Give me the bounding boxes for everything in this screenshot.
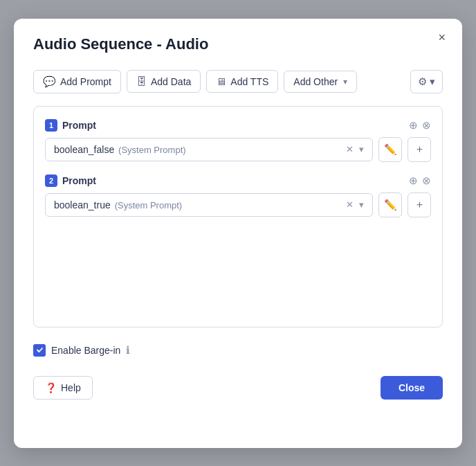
add-data-button[interactable]: 🗄 Add Data — [127, 70, 201, 93]
move-up-icon-2[interactable]: ⊕ — [409, 174, 418, 187]
close-x-button[interactable]: × — [434, 30, 450, 45]
select-chevron-2[interactable]: ▾ — [359, 199, 364, 210]
prompt-row-2: boolean_true (System Prompt) ✕ ▾ ✏️ ＋ — [45, 192, 431, 217]
prompt-header-2: 2 Prompt ⊕ ⊗ — [45, 174, 431, 187]
add-after-button-2[interactable]: ＋ — [408, 192, 431, 217]
remove-icon-1[interactable]: ⊗ — [422, 119, 431, 132]
prompt-header-1: 1 Prompt ⊕ ⊗ — [45, 119, 431, 132]
content-area: 1 Prompt ⊕ ⊗ boolean_false (System Promp… — [33, 106, 443, 328]
prompt-label-2: 2 Prompt — [45, 174, 96, 187]
gear-chevron-icon: ▾ — [430, 75, 435, 88]
prompt-block-1: 1 Prompt ⊕ ⊗ boolean_false (System Promp… — [45, 119, 431, 162]
help-circle-icon: ❓ — [45, 382, 57, 393]
gear-settings-button[interactable]: ⚙ ▾ — [410, 70, 443, 93]
gear-icon: ⚙ — [418, 75, 427, 88]
prompt-num-2: 2 — [45, 174, 57, 187]
prompt-actions-1: ⊕ ⊗ — [409, 119, 431, 132]
prompt-select-value-1: boolean_false (System Prompt) — [54, 144, 186, 155]
add-after-button-1[interactable]: ＋ — [408, 137, 431, 162]
database-icon: 🗄 — [136, 75, 147, 87]
close-modal-button[interactable]: Close — [381, 376, 443, 400]
add-prompt-button[interactable]: 💬 Add Prompt — [33, 70, 121, 93]
add-other-label: Add Other — [293, 76, 338, 87]
plus-icon-1: ＋ — [414, 143, 425, 156]
move-up-icon-1[interactable]: ⊕ — [409, 119, 418, 132]
enable-barge-checkbox[interactable] — [33, 344, 46, 357]
select-chevron-1[interactable]: ▾ — [359, 144, 364, 154]
enable-barge-row: Enable Barge-in ℹ — [33, 344, 443, 357]
prompt-num-1: 1 — [45, 119, 57, 132]
tts-icon: 🖥 — [216, 75, 226, 87]
add-prompt-label: Add Prompt — [60, 76, 111, 87]
remove-icon-2[interactable]: ⊗ — [422, 174, 431, 187]
prompt-select-1[interactable]: boolean_false (System Prompt) ✕ ▾ — [45, 138, 373, 161]
prompt-select-value-2: boolean_true (System Prompt) — [54, 199, 182, 210]
add-tts-label: Add TTS — [230, 76, 268, 87]
prompt-block-2: 2 Prompt ⊕ ⊗ boolean_true (System Prompt… — [45, 174, 431, 217]
add-data-label: Add Data — [151, 76, 191, 87]
help-button[interactable]: ❓ Help — [33, 376, 93, 400]
modal-title: Audio Sequence - Audio — [33, 35, 443, 53]
chat-icon: 💬 — [43, 75, 56, 88]
info-icon[interactable]: ℹ — [126, 344, 130, 357]
edit-prompt-button-1[interactable]: ✏️ — [378, 137, 402, 162]
help-label: Help — [61, 382, 81, 393]
plus-icon-2: ＋ — [414, 198, 425, 211]
prompt-select-2[interactable]: boolean_true (System Prompt) ✕ ▾ — [45, 193, 373, 217]
pencil-icon-2: ✏️ — [384, 199, 397, 211]
prompt-text-2: Prompt — [62, 175, 96, 186]
modal-footer: ❓ Help Close — [33, 376, 443, 400]
add-other-button[interactable]: Add Other ▾ — [284, 71, 357, 93]
prompt-actions-2: ⊕ ⊗ — [409, 174, 431, 187]
pencil-icon-1: ✏️ — [384, 143, 397, 156]
select-clear-2[interactable]: ✕ — [346, 199, 354, 210]
prompt-row-1: boolean_false (System Prompt) ✕ ▾ ✏️ ＋ — [45, 137, 431, 162]
select-controls-2: ✕ ▾ — [346, 199, 364, 210]
edit-prompt-button-2[interactable]: ✏️ — [378, 192, 402, 217]
select-clear-1[interactable]: ✕ — [346, 144, 354, 154]
select-controls-1: ✕ ▾ — [346, 144, 364, 154]
prompt-label-1: 1 Prompt — [45, 119, 96, 132]
prompt-text-1: Prompt — [62, 120, 96, 131]
toolbar: 💬 Add Prompt 🗄 Add Data 🖥 Add TTS Add Ot… — [33, 70, 443, 93]
chevron-down-icon: ▾ — [343, 77, 347, 87]
modal: × Audio Sequence - Audio 💬 Add Prompt 🗄 … — [14, 19, 462, 448]
enable-barge-label: Enable Barge-in — [51, 345, 120, 356]
modal-overlay: × Audio Sequence - Audio 💬 Add Prompt 🗄 … — [0, 0, 476, 466]
add-tts-button[interactable]: 🖥 Add TTS — [206, 70, 278, 93]
